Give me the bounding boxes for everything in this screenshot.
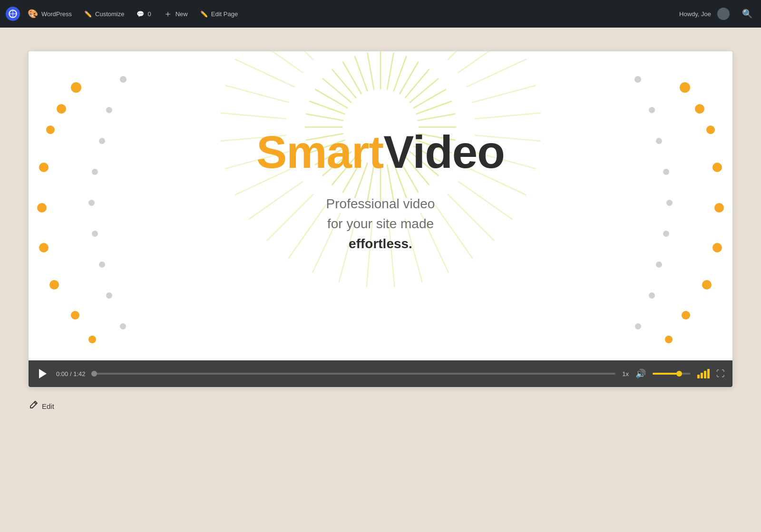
brand-smart: Smart [256,126,383,177]
dot-gray [656,261,662,268]
svg-line-37 [355,56,368,92]
admin-bar: 🎨 WordPress ✏️ Customize 💬 0 ＋ New ✏️ Ed… [0,0,761,28]
dot-gray [92,169,98,175]
wordpress-logo[interactable] [6,7,20,21]
svg-line-36 [342,61,361,94]
volume-icon[interactable]: 🔊 [635,368,646,379]
dot-orange [49,280,59,290]
dot-gray [656,138,662,144]
dot-gray [120,323,126,329]
svg-line-10 [416,101,452,114]
video-subtitle: Professional video for your site made ef… [256,194,505,254]
dot-orange [695,104,704,114]
subtitle-bold: effortless. [349,236,412,251]
play-button[interactable] [36,367,49,380]
dot-gray [92,231,98,237]
wordpress-menu-label: WordPress [41,10,72,18]
video-main[interactable]: SmartVideo Professional video for your s… [29,51,732,360]
svg-line-70 [267,51,313,60]
dot-orange [46,126,55,134]
time-total: 1:42 [73,370,85,377]
video-container: SmartVideo Professional video for your s… [29,51,732,387]
dot-orange [702,280,712,290]
dot-orange [88,336,96,343]
customize-label: Customize [95,10,124,18]
customize-menu-item[interactable]: ✏️ Customize [79,8,129,20]
content-area: SmartVideo Professional video for your s… [0,28,761,436]
dot-orange [37,203,47,213]
new-menu-item[interactable]: ＋ New [159,5,193,22]
svg-line-67 [225,86,289,103]
search-icon[interactable]: 🔍 [739,6,755,22]
edit-label: Edit [42,402,54,410]
subtitle-line2: for your site made [327,216,434,231]
dot-orange [706,126,715,134]
dot-gray [635,323,641,329]
svg-line-44 [458,51,512,73]
svg-line-32 [309,101,345,114]
dot-orange [712,163,722,172]
comments-menu-item[interactable]: 💬 0 [132,8,156,20]
volume-thumb [676,371,682,377]
howdy-label: Howdy, Joe [679,10,711,18]
svg-line-68 [234,59,294,87]
time-separator: / [70,370,72,377]
quality-bars[interactable] [697,369,710,378]
wordpress-menu-icon: 🎨 [28,9,38,19]
svg-line-8 [410,78,439,103]
svg-line-6 [400,61,419,94]
page-wrapper: SmartVideo Professional video for your s… [0,0,761,532]
svg-line-69 [249,51,303,73]
dot-gray [649,292,655,299]
smartvideo-title: SmartVideo [256,129,505,175]
admin-bar-right: Howdy, Joe 🔍 [674,5,755,23]
howdy-user[interactable]: Howdy, Joe [674,5,734,23]
svg-line-43 [448,51,494,60]
dot-gray [663,169,669,175]
bar-1 [697,375,700,378]
volume-bar[interactable] [653,373,691,375]
current-time: 0:00 / 1:42 [56,370,86,377]
edit-icon [29,400,38,412]
dot-orange [682,311,690,319]
svg-line-5 [393,56,406,92]
dot-orange [712,243,722,252]
time-current: 0:00 [56,370,68,377]
dot-gray [99,261,105,268]
dot-gray [106,292,112,299]
dot-gray [120,76,127,83]
svg-line-34 [322,78,351,103]
dot-gray [649,107,655,113]
dot-gray [88,200,95,206]
new-icon: ＋ [164,8,172,19]
svg-line-31 [306,114,343,121]
dot-orange [665,336,673,343]
edit-page-menu-item[interactable]: ✏️ Edit Page [195,8,243,20]
progress-dot [91,371,97,377]
svg-line-46 [472,86,536,103]
svg-line-33 [315,89,348,108]
dot-gray [99,138,105,144]
bar-2 [701,373,703,378]
speed-indicator[interactable]: 1x [622,370,629,377]
svg-line-4 [387,52,394,89]
wordpress-menu-item[interactable]: 🎨 WordPress [23,6,77,22]
dot-gray [663,231,669,237]
svg-line-7 [405,69,429,98]
dot-gray [666,200,673,206]
svg-line-38 [367,52,374,89]
dot-orange [39,243,49,252]
dot-orange [714,203,724,213]
edit-link[interactable]: Edit [29,400,54,412]
comments-count: 0 [147,10,151,18]
dot-gray [106,107,112,113]
user-avatar [717,8,730,20]
svg-line-66 [220,113,286,119]
video-controls: 0:00 / 1:42 1x 🔊 ⛶ [29,360,732,387]
svg-line-45 [466,59,526,87]
progress-bar[interactable] [92,373,616,375]
fullscreen-button[interactable]: ⛶ [716,369,725,379]
customize-icon: ✏️ [84,10,92,18]
svg-line-47 [475,113,541,119]
video-center-content: SmartVideo Professional video for your s… [256,129,505,254]
